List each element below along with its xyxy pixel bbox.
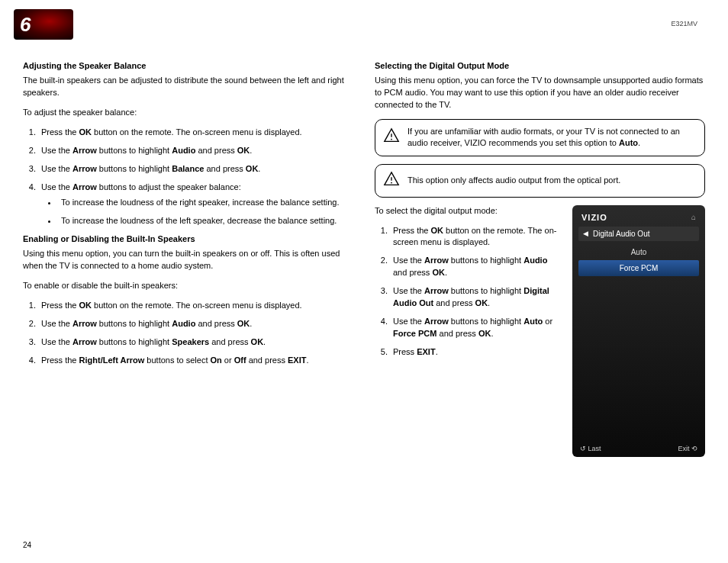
t: and press: [204, 164, 245, 173]
t: OK: [475, 298, 488, 307]
t: buttons to highlight: [97, 146, 172, 155]
svg-point-3: [391, 182, 392, 183]
model-label: E321MV: [671, 20, 697, 27]
t: Right/Left Arrow: [79, 355, 145, 365]
note-box: This option only affects audio output fr…: [375, 164, 705, 198]
t: buttons to select: [144, 355, 210, 365]
tv-submenu-title: ◀ Digital Audio Out: [578, 227, 699, 241]
t: and press: [195, 146, 237, 155]
para: To select the digital output mode:: [375, 205, 562, 217]
list-item: Press the OK button on the remote. The o…: [38, 127, 353, 139]
warning-icon: [383, 127, 400, 147]
home-icon: ⌂: [691, 213, 696, 221]
t: Use the: [41, 182, 72, 191]
t: EXIT: [288, 355, 306, 365]
tv-footer: ↺ Last Exit ⟲: [578, 442, 699, 452]
t: or: [222, 355, 234, 365]
t: Arrow: [72, 164, 97, 173]
t: buttons to highlight: [449, 286, 523, 295]
t: .: [488, 298, 490, 307]
t: Arrow: [72, 319, 97, 328]
t: Use the: [41, 146, 72, 155]
t: Use the: [41, 337, 72, 346]
t: buttons to adjust the speaker balance:: [97, 182, 241, 191]
page-number: 24: [23, 541, 31, 549]
list-item: To increase the loudness of the left spe…: [58, 215, 353, 227]
vizio-logo: VIZIO: [581, 213, 607, 222]
t: Audio: [172, 146, 195, 155]
svg-point-1: [391, 139, 392, 140]
t: Press the: [41, 127, 79, 137]
t: .: [491, 329, 493, 338]
t: .: [306, 355, 308, 365]
t: .: [250, 146, 252, 155]
t: OK: [431, 226, 444, 235]
t: Balance: [172, 164, 204, 173]
t: Arrow: [72, 146, 97, 155]
tv-header: VIZIO ⌂: [578, 211, 699, 227]
right-column: Selecting the Digital Output Mode Using …: [375, 61, 705, 457]
ordered-list: Press the OK button on the remote. The o…: [390, 225, 562, 359]
bullet-list: To increase the loudness of the right sp…: [58, 197, 353, 227]
t: Arrow: [424, 317, 449, 326]
note-text: This option only affects audio output fr…: [407, 175, 620, 186]
t: .: [436, 347, 438, 356]
ordered-list: Press the OK button on the remote. The o…: [38, 127, 353, 227]
t: Force PCM: [393, 329, 436, 338]
note-box: If you are unfamiliar with audio formats…: [375, 119, 705, 156]
list-item: Use the Arrow buttons to highlight Audio…: [390, 255, 562, 279]
t: buttons to highlight: [97, 164, 172, 173]
t: buttons to highlight: [449, 256, 523, 265]
t: and press: [246, 355, 288, 365]
t: OK: [79, 301, 92, 310]
heading-builtin-speakers: Enabling or Disabling the Built-In Speak…: [23, 234, 353, 243]
t: OK: [246, 164, 259, 173]
tv-footer-last: ↺ Last: [580, 445, 601, 452]
t: Arrow: [424, 286, 449, 295]
list-item: Use the Arrow buttons to highlight Audio…: [38, 145, 353, 157]
t: Use the: [393, 256, 424, 265]
list-item: Press the OK button on the remote. The o…: [38, 300, 353, 312]
t: Use the: [393, 286, 424, 295]
list-item: Use the Arrow buttons to highlight Balan…: [38, 163, 353, 175]
t: OK: [237, 146, 250, 155]
t: Use the: [393, 317, 424, 326]
para: To adjust the speaker balance:: [23, 107, 353, 119]
t: .: [250, 319, 252, 328]
chevron-left-icon: ◀: [583, 230, 588, 237]
chapter-badge: 6: [14, 9, 73, 40]
t: Use the: [41, 164, 72, 173]
t: or: [543, 317, 552, 326]
t: Audio: [172, 319, 195, 328]
list-item: Use the Arrow buttons to highlight Audio…: [38, 318, 353, 330]
tv-menu-item-force-pcm: Force PCM: [578, 260, 699, 276]
warning-icon: [383, 171, 400, 191]
note-text: If you are unfamiliar with audio formats…: [407, 126, 697, 150]
list-item: Use the Arrow buttons to highlight Digit…: [390, 285, 562, 310]
t: Auto: [523, 317, 543, 326]
t: buttons to highlight: [97, 337, 172, 346]
list-item: Press the OK button on the remote. The o…: [390, 225, 562, 249]
t: OK: [79, 127, 92, 137]
left-column: Adjusting the Speaker Balance The built-…: [23, 61, 353, 457]
t: OK: [251, 337, 264, 346]
para: Using this menu option, you can turn the…: [23, 248, 353, 272]
t: Press the: [41, 355, 79, 365]
t: Arrow: [424, 256, 449, 265]
heading-speaker-balance: Adjusting the Speaker Balance: [23, 61, 353, 70]
tv-submenu-label: Digital Audio Out: [593, 230, 650, 238]
t: Press: [393, 347, 417, 356]
t: and press: [195, 319, 237, 328]
para: The built-in speakers can be adjusted to…: [23, 75, 353, 99]
t: Arrow: [72, 337, 97, 346]
t: .: [263, 337, 266, 346]
t: On: [211, 355, 222, 365]
t: OK: [237, 319, 250, 328]
t: Off: [234, 355, 246, 365]
list-item: Use the Arrow buttons to highlight Auto …: [390, 316, 562, 340]
heading-digital-output: Selecting the Digital Output Mode: [375, 61, 705, 70]
t: Speakers: [172, 337, 209, 346]
t: button on the remote. The on-screen menu…: [92, 127, 302, 137]
t: button on the remote. The on-screen menu…: [92, 301, 302, 310]
tv-menu-item-auto: Auto: [578, 244, 699, 260]
